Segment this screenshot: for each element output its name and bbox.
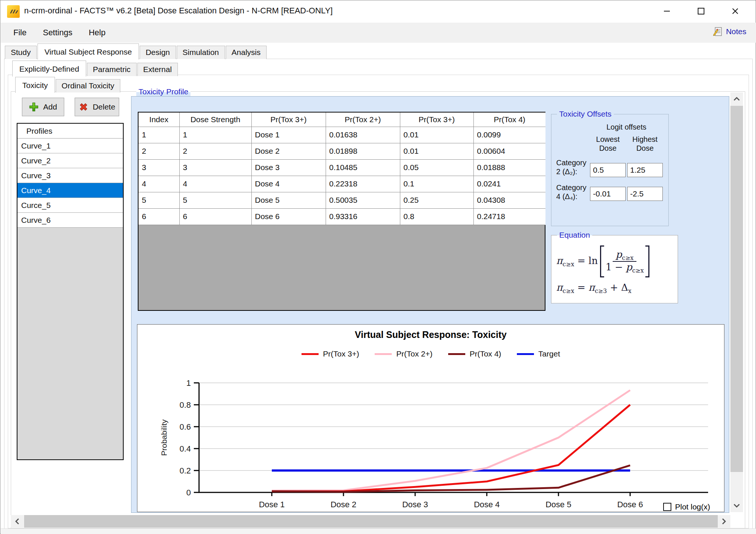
table-cell[interactable]: 4 <box>139 176 179 192</box>
table-cell[interactable]: 0.01898 <box>326 143 400 159</box>
profile-item-curve-2[interactable]: Curve_2 <box>17 153 123 168</box>
table-cell[interactable]: Dose 6 <box>251 208 326 225</box>
highest-dose-header: Highest Dose <box>627 135 663 153</box>
horizontal-scrollbar[interactable] <box>11 515 730 528</box>
table-cell[interactable]: Dose 3 <box>251 159 326 176</box>
table-cell[interactable]: 0.8 <box>400 208 473 225</box>
table-cell[interactable]: 1 <box>179 127 251 143</box>
menu-file[interactable]: File <box>5 24 35 41</box>
menu-settings[interactable]: Settings <box>35 24 81 41</box>
maximize-button[interactable] <box>689 0 713 22</box>
category4-label: Category4 (Δ₄): <box>556 183 590 201</box>
table-cell[interactable]: 5 <box>179 192 251 208</box>
plot-log-checkbox[interactable] <box>663 503 671 511</box>
add-button[interactable]: Add <box>22 98 64 116</box>
col-header-pr-tox-3[interactable]: Pr(Tox 3+) <box>251 113 326 127</box>
profile-item-curve-1[interactable]: Curve_1 <box>17 139 123 153</box>
lowest-dose-header: Lowest Dose <box>590 135 626 153</box>
table-cell[interactable]: 0.01 <box>400 127 473 143</box>
col-header-pr-tox-4[interactable]: Pr(Tox 4) <box>473 113 545 127</box>
table-cell[interactable]: Dose 1 <box>251 127 326 143</box>
close-button[interactable] <box>723 0 747 22</box>
y-tick-label: 0.4 <box>179 444 191 453</box>
logit-offsets-header: Logit offsets <box>590 123 663 131</box>
scroll-up-button[interactable] <box>730 92 743 105</box>
tab-simulation[interactable]: Simulation <box>177 46 225 59</box>
table-cell[interactable]: 0.24718 <box>473 208 545 225</box>
table-cell[interactable]: 6 <box>179 208 251 225</box>
table-row: 44Dose 40.223180.10.0241 <box>139 176 545 192</box>
window-title: n-crm-ordinal - FACTS™ v6.2 [Beta] Dose … <box>24 6 333 16</box>
table-cell[interactable]: 0.0241 <box>473 176 545 192</box>
tab-explicitly-defined[interactable]: Explicitly-Defined <box>12 61 86 76</box>
chevron-up-icon <box>733 97 740 101</box>
x-tick-label: Dose 2 <box>330 500 356 509</box>
table-cell[interactable]: 0.01 <box>400 143 473 159</box>
tab-toxicity[interactable]: Toxicity <box>15 77 55 93</box>
menu-help[interactable]: Help <box>81 24 114 41</box>
delete-button[interactable]: Delete <box>75 98 119 116</box>
notes-button[interactable]: Notes <box>713 26 746 37</box>
vertical-scrollbar[interactable] <box>730 92 743 512</box>
tab-parametric[interactable]: Parametric <box>87 63 137 76</box>
toxicity-profile-title: Toxicity Profile <box>136 87 190 96</box>
minimize-button[interactable] <box>655 0 679 22</box>
tab-virtual-subject-response[interactable]: Virtual Subject Response <box>38 43 139 59</box>
table-cell[interactable]: 0.1 <box>400 176 473 192</box>
table-cell[interactable]: 4 <box>179 176 251 192</box>
profile-item-curve-4[interactable]: Curve_4 <box>17 183 123 198</box>
table-cell[interactable]: Dose 4 <box>251 176 326 192</box>
cat2-lowest-input[interactable] <box>590 163 626 177</box>
cat2-highest-input[interactable] <box>627 163 663 177</box>
table-cell[interactable]: 0.50035 <box>326 192 400 208</box>
cat4-highest-input[interactable] <box>627 187 663 201</box>
y-tick-label: 0 <box>186 488 191 497</box>
vsr-tabstrip: Explicitly-DefinedParametricExternal <box>12 61 179 76</box>
scroll-down-button[interactable] <box>730 499 743 512</box>
app-icon <box>7 5 20 18</box>
notes-label: Notes <box>726 27 746 36</box>
profile-item-curve-3[interactable]: Curve_3 <box>17 168 123 183</box>
scroll-right-button[interactable] <box>718 515 730 528</box>
table-cell[interactable]: 0.00604 <box>473 143 545 159</box>
table-cell[interactable]: Dose 5 <box>251 192 326 208</box>
profiles-listbox: Profiles Curve_1Curve_2Curve_3Curve_4Cur… <box>17 123 124 460</box>
tab-analysis[interactable]: Analysis <box>226 46 267 59</box>
col-header-pr-tox-3[interactable]: Pr(Tox 3+) <box>400 113 473 127</box>
tab-study[interactable]: Study <box>5 46 37 59</box>
col-header-pr-tox-2[interactable]: Pr(Tox 2+) <box>326 113 400 127</box>
table-cell[interactable]: 0.04308 <box>473 192 545 208</box>
table-cell[interactable]: 1 <box>139 127 179 143</box>
equation-line-2: πc≥x = πc≥3 + Δx <box>556 282 632 294</box>
table-cell[interactable]: 0.01888 <box>473 159 545 176</box>
table-cell[interactable]: 2 <box>179 143 251 159</box>
col-header-index[interactable]: Index <box>139 113 179 127</box>
profiles-header: Profiles <box>17 124 123 139</box>
menu-items: FileSettingsHelp <box>1 24 114 41</box>
table-cell[interactable]: 0.05 <box>400 159 473 176</box>
table-cell[interactable]: 0.25 <box>400 192 473 208</box>
table-cell[interactable]: 2 <box>139 143 179 159</box>
tab-ordinal-toxicity[interactable]: Ordinal Toxicity <box>56 79 120 92</box>
table-cell[interactable]: 3 <box>139 159 179 176</box>
vertical-scroll-thumb[interactable] <box>730 106 743 472</box>
table-cell[interactable]: 0.93316 <box>326 208 400 225</box>
cat4-lowest-input[interactable] <box>590 187 626 201</box>
profile-item-curce-5[interactable]: Curce_5 <box>17 198 123 213</box>
table-cell[interactable]: Dose 2 <box>251 143 326 159</box>
toxicity-tabstrip: ToxicityOrdinal Toxicity <box>15 77 121 92</box>
table-cell[interactable]: 6 <box>139 208 179 225</box>
table-cell[interactable]: 3 <box>179 159 251 176</box>
table-cell[interactable]: 0.10485 <box>326 159 400 176</box>
profile-item-curve-6[interactable]: Curve_6 <box>17 213 123 228</box>
table-cell[interactable]: 5 <box>139 192 179 208</box>
tab-external[interactable]: External <box>137 63 178 76</box>
horizontal-scroll-thumb[interactable] <box>24 515 718 528</box>
table-cell[interactable]: 0.0099 <box>473 127 545 143</box>
col-header-dose-strength[interactable]: Dose Strength <box>179 113 251 127</box>
plot-svg: 00.20.40.60.81Dose 1Dose 2Dose 3Dose 4Do… <box>137 324 724 512</box>
tab-design[interactable]: Design <box>140 46 176 59</box>
scroll-left-button[interactable] <box>11 515 23 528</box>
table-cell[interactable]: 0.01638 <box>326 127 400 143</box>
table-cell[interactable]: 0.22318 <box>326 176 400 192</box>
